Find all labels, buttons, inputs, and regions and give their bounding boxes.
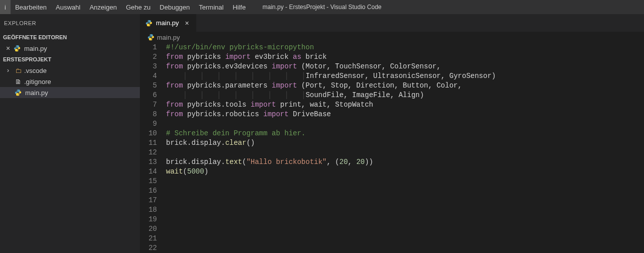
main-area: EXPLORER GEÖFFNETE EDITOREN ×main.py ERS… xyxy=(0,14,644,253)
menu-item[interactable]: Auswahl xyxy=(51,0,85,14)
open-editor-item[interactable]: ×main.py xyxy=(0,43,140,54)
menu-item[interactable]: Bearbeiten xyxy=(11,0,51,14)
editor-area: main.py× main.py 12345678910111213141516… xyxy=(140,14,644,253)
menu-item[interactable]: Gehe zu xyxy=(121,0,155,14)
breadcrumb-file: main.py xyxy=(157,34,180,41)
explorer-sidebar: EXPLORER GEÖFFNETE EDITOREN ×main.py ERS… xyxy=(0,14,140,253)
menu-bar: iBearbeitenAuswahlAnzeigenGehe zuDebugge… xyxy=(0,0,250,14)
code-content[interactable]: #!/usr/bin/env pybricks-micropythonfrom … xyxy=(166,43,644,253)
close-icon[interactable]: × xyxy=(183,19,191,27)
window-title: main.py - ErstesProjekt - Visual Studio … xyxy=(263,4,382,11)
python-icon xyxy=(14,89,22,97)
line-gutter: 12345678910111213141516171819202122 xyxy=(140,43,166,253)
tab-bar: main.py× xyxy=(140,14,644,32)
titlebar: iBearbeitenAuswahlAnzeigenGehe zuDebugge… xyxy=(0,0,644,14)
menu-item[interactable]: Terminal xyxy=(194,0,228,14)
tree-item-label: .vscode xyxy=(24,67,47,74)
tree-item-label: .gitignore xyxy=(24,78,51,86)
python-icon xyxy=(145,19,153,27)
explorer-title: EXPLORER xyxy=(0,14,140,32)
tab-label: main.py xyxy=(156,19,179,27)
tree-item-label: main.py xyxy=(25,89,48,97)
menu-item[interactable]: Hilfe xyxy=(228,0,250,14)
python-icon xyxy=(147,33,155,41)
folder-icon: 🗀 xyxy=(14,67,22,74)
tree-folder[interactable]: ›🗀.vscode xyxy=(0,65,140,76)
tree-file[interactable]: main.py xyxy=(0,87,140,98)
tree-file[interactable]: 🗎.gitignore xyxy=(0,76,140,87)
python-icon xyxy=(13,44,21,52)
menu-item[interactable]: Debuggen xyxy=(155,0,194,14)
close-icon[interactable]: × xyxy=(4,44,12,52)
code-editor[interactable]: 12345678910111213141516171819202122 #!/u… xyxy=(140,43,644,253)
file-icon: 🗎 xyxy=(14,78,22,86)
breadcrumb[interactable]: main.py xyxy=(140,32,644,43)
menu-item[interactable]: i xyxy=(0,0,11,14)
chevron-right-icon: › xyxy=(7,67,14,74)
open-editors-header[interactable]: GEÖFFNETE EDITOREN xyxy=(0,32,140,43)
project-header[interactable]: ERSTESPROJEKT xyxy=(0,54,140,65)
editor-tab[interactable]: main.py× xyxy=(140,14,197,32)
menu-item[interactable]: Anzeigen xyxy=(85,0,121,14)
open-editor-label: main.py xyxy=(24,45,47,52)
